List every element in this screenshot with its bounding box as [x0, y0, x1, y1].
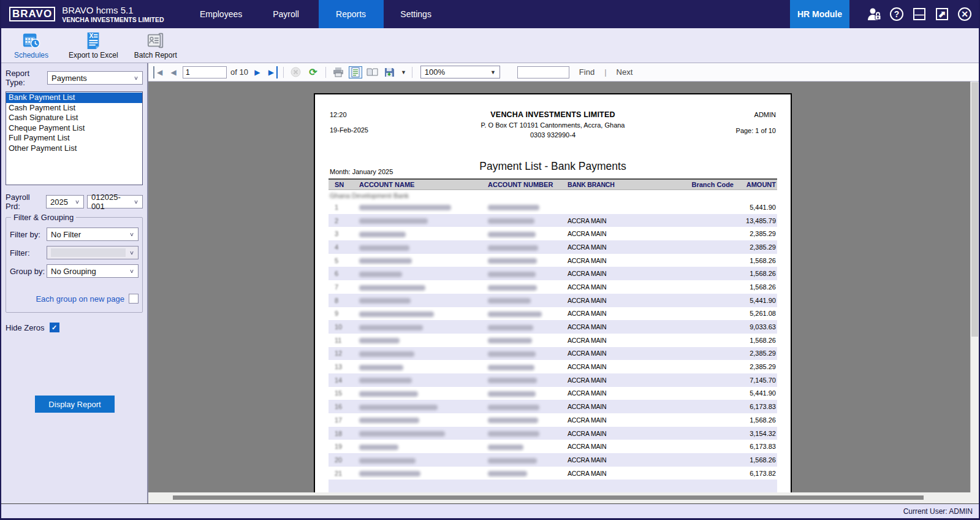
group-by-select[interactable]: No Grouping∨	[47, 264, 139, 278]
cell-account-number-redacted	[488, 389, 568, 397]
help-icon[interactable]: ?	[888, 6, 905, 23]
horizontal-scrollbar[interactable]	[148, 492, 979, 503]
report-list-item[interactable]: Bank Payment List	[6, 93, 142, 103]
table-row: 6ACCRA MAIN1,568.26	[329, 267, 777, 280]
tab-settings[interactable]: Settings	[384, 0, 449, 28]
report-company-address: P. O Box CT 10191 Cantonments, Accra, Gh…	[329, 121, 777, 129]
schedules-label: Schedules	[14, 51, 48, 59]
cell-account-number-redacted	[488, 297, 568, 304]
chevron-down-icon: ∨	[134, 75, 139, 81]
user-lock-icon[interactable]	[865, 6, 883, 23]
report-list-item[interactable]: Full Payment List	[6, 133, 142, 143]
hide-zeros-label: Hide Zeros	[6, 323, 45, 332]
first-page-button[interactable]: ◀	[153, 66, 164, 78]
display-report-button[interactable]: Display Report	[35, 396, 115, 413]
cell-sn: 18	[329, 430, 359, 437]
report-company-phone: 0303 932990-4	[329, 131, 777, 139]
schedules-button[interactable]: Schedules	[10, 31, 53, 59]
cell-bank-branch: ACCRA MAIN	[568, 389, 687, 397]
report-table-body: 15,441.902ACCRA MAIN13,485.793ACCRA MAIN…	[329, 201, 777, 492]
vertical-scrollbar[interactable]	[970, 82, 979, 492]
svg-text:X: X	[89, 32, 94, 39]
batch-report-label: Batch Report	[134, 51, 177, 59]
zoom-select[interactable]: 100%▼	[420, 66, 500, 78]
payroll-year-select[interactable]: 2025∨	[46, 195, 84, 208]
table-row: 18ACCRA MAIN3,154.32	[329, 427, 777, 440]
batch-report-icon	[146, 31, 165, 50]
horizontal-scroll-thumb[interactable]	[173, 495, 924, 500]
filter-grouping-title: Filter & Grouping	[11, 213, 76, 222]
minimize-icon[interactable]: —	[911, 6, 928, 23]
table-row: 4ACCRA MAIN2,385.29	[329, 240, 777, 254]
cell-account-number-redacted	[488, 217, 568, 224]
stop-render-icon	[289, 66, 303, 78]
app-identity: BRAVO hcms 5.1 VENCHA INVESTMENTS LIMITE…	[62, 0, 164, 28]
cell-bank-branch: ACCRA MAIN	[568, 350, 687, 357]
find-button[interactable]: Find	[579, 67, 594, 77]
page-setup-icon[interactable]	[366, 66, 379, 78]
cell-amount: 5,261.08	[734, 310, 777, 317]
cell-account-number-redacted	[488, 243, 568, 251]
print-layout-icon[interactable]	[349, 66, 362, 78]
each-group-checkbox[interactable]	[129, 294, 139, 304]
refresh-icon[interactable]: ⟳	[306, 66, 320, 78]
cell-sn: 3	[329, 230, 359, 237]
cell-account-name-redacted	[359, 456, 488, 464]
report-list-item[interactable]: Cash Payment List	[6, 103, 142, 113]
report-page: 12:20 19-Feb-2025 VENCHA INVESTMENTS LIM…	[314, 93, 792, 492]
col-bank-branch: BANK BRANCH	[568, 181, 687, 188]
page-count-label: of 10	[230, 67, 248, 77]
previous-page-button[interactable]: ◀	[168, 66, 179, 78]
find-input[interactable]	[517, 66, 569, 78]
report-type-label: Report Type:	[6, 69, 47, 87]
cell-account-number-redacted	[488, 377, 568, 384]
export-to-excel-label: Export to Excel	[69, 51, 118, 59]
last-page-button[interactable]: ▶	[267, 66, 278, 78]
cell-account-name-redacted	[359, 204, 488, 211]
batch-report-button[interactable]: Batch Report	[134, 31, 177, 59]
chevron-down-icon: ▼	[490, 69, 496, 75]
export-to-excel-button[interactable]: X Export to Excel	[69, 31, 118, 59]
tab-employees[interactable]: Employees	[189, 0, 254, 28]
cell-bank-branch: ACCRA MAIN	[568, 283, 687, 291]
cell-amount: 2,385.29	[734, 230, 777, 237]
page-number-input[interactable]	[183, 66, 227, 78]
filter-grouping-group: Filter & Grouping Filter by: No Filter∨ …	[6, 217, 143, 313]
vertical-scroll-thumb[interactable]	[971, 82, 978, 337]
next-page-button[interactable]: ▶	[252, 66, 263, 78]
cell-account-name-redacted	[359, 270, 488, 277]
tab-payroll[interactable]: Payroll	[254, 0, 319, 28]
cell-bank-branch: ACCRA MAIN	[568, 243, 687, 251]
export-dropdown-caret[interactable]: ▼	[401, 69, 406, 75]
report-list-item[interactable]: Cheque Payment List	[6, 123, 142, 134]
cell-sn: 8	[329, 297, 359, 304]
cell-bank-branch: ACCRA MAIN	[568, 377, 687, 384]
report-options-panel: Report Type: Payments∨ Bank Payment List…	[1, 63, 148, 503]
report-list-item[interactable]: Cash Signature List	[6, 113, 142, 123]
cell-account-number-redacted	[488, 323, 568, 331]
export-save-icon[interactable]	[383, 66, 397, 78]
filter-by-select[interactable]: No Filter∨	[47, 228, 139, 241]
payroll-period-select[interactable]: 012025-001∨	[87, 195, 143, 208]
report-listbox[interactable]: Bank Payment ListCash Payment ListCash S…	[6, 91, 143, 185]
report-list-item[interactable]: Other Payment List	[6, 143, 142, 154]
col-account-number: ACCOUNT NUMBER	[488, 181, 568, 188]
report-type-select[interactable]: Payments∨	[47, 71, 143, 85]
tab-reports[interactable]: Reports	[319, 0, 384, 28]
hide-zeros-checkbox[interactable]: ✓	[50, 323, 59, 332]
cell-amount: 5,441.90	[734, 204, 777, 211]
hr-module-button[interactable]: HR Module	[790, 0, 849, 28]
report-month-label: Month: January 2025	[330, 168, 393, 175]
cell-amount: 13,485.79	[734, 217, 777, 224]
report-canvas[interactable]: 12:20 19-Feb-2025 VENCHA INVESTMENTS LIM…	[148, 82, 979, 492]
cell-account-name-redacted	[359, 337, 488, 344]
cell-account-name-redacted	[359, 310, 488, 317]
find-next-button[interactable]: Next	[617, 67, 633, 77]
restore-icon[interactable]: ⬈	[933, 6, 951, 23]
cell-bank-branch: ACCRA MAIN	[568, 323, 687, 331]
close-icon[interactable]: ✕	[956, 6, 973, 23]
cell-account-name-redacted	[359, 350, 488, 357]
current-user-label: Current User: ADMIN	[903, 507, 973, 516]
print-icon[interactable]	[332, 66, 345, 78]
cell-sn: 19	[329, 443, 359, 450]
